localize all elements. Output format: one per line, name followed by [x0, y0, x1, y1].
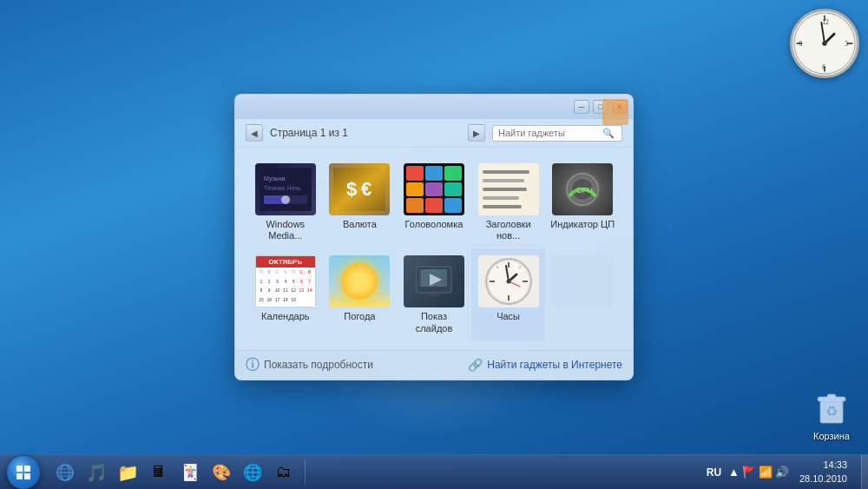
nav-bar: ◀ Страница 1 из 1 ▶ 🔍: [235, 119, 633, 148]
taskbar-folder-icon[interactable]: 📁: [113, 458, 142, 487]
taskbar-files2-icon[interactable]: 🗂: [269, 458, 299, 487]
clock-display[interactable]: 14:33 28.10.2010: [792, 459, 854, 486]
gadgets-grid: Музыка Тёмная Ночь Windows Media...: [235, 148, 633, 350]
svg-text:12: 12: [822, 18, 829, 26]
taskbar-network-icon[interactable]: 🌐: [238, 458, 267, 487]
gadget-thumb-weather: [329, 255, 390, 307]
start-orb: [7, 456, 40, 489]
svg-rect-46: [24, 466, 30, 472]
page-info: Страница 1 из 1: [270, 127, 461, 139]
svg-rect-48: [24, 473, 30, 479]
taskbar-paint-icon[interactable]: 🎨: [207, 458, 236, 487]
svg-point-21: [281, 195, 290, 204]
desktop-clock-widget: 12 3 6 9: [790, 9, 859, 78]
gadget-item-windows-media[interactable]: Музыка Тёмная Ночь Windows Media...: [248, 156, 323, 248]
gadget-item-puzzle[interactable]: Головоломка: [397, 156, 471, 248]
gadget-thumb-slideshow: [404, 255, 464, 307]
gadget-item-clock[interactable]: Часы: [471, 248, 546, 340]
gadget-thumb-puzzle: [404, 163, 464, 215]
minimize-button[interactable]: ─: [574, 100, 589, 114]
taskbar-calc-icon[interactable]: 🖩: [144, 458, 174, 487]
currency-thumb: $ €: [329, 163, 390, 215]
gadget-item-slideshow[interactable]: Показ слайдов: [397, 248, 471, 340]
search-input[interactable]: [498, 128, 602, 138]
gadget-item-currency[interactable]: $ € Валюта: [323, 156, 398, 248]
svg-rect-14: [827, 394, 836, 399]
media-thumb: Музыка Тёмная Ночь: [255, 163, 316, 215]
start-button[interactable]: [0, 455, 47, 490]
gadget-thumb-calendar: ОКТЯБРЬ П В С Ч П С В 1 2 3 4 5 6: [255, 255, 316, 307]
svg-rect-45: [16, 466, 23, 472]
systray-flag-icon[interactable]: 🚩: [742, 466, 756, 479]
gadget-item-weather[interactable]: Погода: [323, 248, 398, 340]
systray-arrow-icon[interactable]: ▲: [728, 466, 740, 479]
gadget-thumb-clock: [478, 255, 539, 307]
gadget-thumb-headlines: [478, 163, 539, 215]
gadget-thumb-media: Музыка Тёмная Ночь: [255, 163, 316, 215]
gadget-item-headlines[interactable]: Заголовки нов...: [471, 156, 546, 248]
find-online-button[interactable]: 🔗 Найти гаджеты в Интернете: [468, 358, 622, 372]
recycle-bin[interactable]: ♻ Корзина: [811, 387, 852, 441]
show-desktop-button[interactable]: [861, 455, 868, 490]
svg-rect-32: [428, 294, 440, 296]
recycle-bin-label: Корзина: [813, 431, 850, 441]
clock-face: 12 3 6 9: [790, 9, 859, 78]
gadget-label-puzzle: Головоломка: [405, 219, 464, 230]
quick-launch: 🎵 📁 🖩 🃏 🎨 🌐 🗂: [47, 458, 302, 487]
find-online-icon: 🔗: [468, 358, 483, 372]
gadgets-window: ─ □ ✕ ◀ Страница 1 из 1 ▶ 🔍 Музыка Тёмна…: [234, 94, 634, 380]
svg-text:€: €: [361, 178, 372, 200]
systray-icons: ▲ 🚩 📶 🔊: [728, 466, 789, 479]
search-icon[interactable]: 🔍: [602, 128, 615, 139]
gadget-label-headlines: Заголовки нов...: [476, 219, 541, 241]
svg-rect-47: [16, 473, 23, 479]
gadget-thumb-empty: [552, 255, 613, 307]
svg-text:$: $: [346, 178, 357, 200]
svg-text:9: 9: [799, 40, 802, 48]
gadget-label-slideshow: Показ слайдов: [401, 311, 466, 334]
clock-svg: 12 3 6 9: [792, 11, 857, 76]
clock-date: 28.10.2010: [799, 472, 847, 486]
gadget-label-calendar: Календарь: [261, 311, 310, 322]
taskbar-separator: [305, 460, 306, 485]
clock-time: 14:33: [799, 459, 847, 472]
gadget-item-empty: [545, 248, 620, 340]
window-titlebar: ─ □ ✕: [235, 95, 633, 119]
gadget-label-weather: Погода: [344, 311, 375, 322]
back-arrow[interactable]: ◀: [246, 124, 263, 142]
find-online-label: Найти гаджеты в Интернете: [487, 359, 622, 371]
show-details-button[interactable]: ⓘ Показать подробности: [246, 356, 373, 374]
show-details-label: Показать подробности: [264, 359, 373, 371]
gadget-thumb-currency: $ €: [329, 163, 390, 215]
systray: RU ▲ 🚩 📶 🔊 14:33 28.10.2010: [703, 459, 861, 486]
show-details-icon: ⓘ: [246, 356, 260, 374]
gadget-label-currency: Валюта: [343, 219, 377, 230]
language-indicator[interactable]: RU: [703, 465, 725, 480]
clock-thumb: [478, 255, 539, 307]
svg-text:♻: ♻: [825, 404, 838, 419]
gadget-label-clock: Часы: [496, 311, 520, 322]
taskbar-media-icon[interactable]: 🎵: [82, 458, 111, 487]
gadget-thumb-cpu: CPU: [552, 163, 613, 215]
systray-network2-icon[interactable]: 📶: [759, 466, 773, 479]
taskbar-cards-icon[interactable]: 🃏: [175, 458, 205, 487]
taskbar: 🎵 📁 🖩 🃏 🎨 🌐 🗂 RU ▲ 🚩 📶 🔊: [0, 454, 868, 489]
search-box: 🔍: [492, 125, 622, 142]
svg-text:3: 3: [845, 40, 848, 48]
forward-arrow[interactable]: ▶: [468, 124, 485, 142]
gadget-item-calendar[interactable]: ОКТЯБРЬ П В С Ч П С В 1 2 3 4 5 6: [248, 248, 323, 340]
svg-rect-22: [333, 168, 385, 211]
gadget-label-cpu: Индикатор ЦП: [550, 219, 615, 230]
svg-text:Музыка: Музыка: [264, 175, 286, 182]
recycle-bin-icon: ♻: [811, 387, 852, 428]
taskbar-ie-icon[interactable]: [50, 458, 80, 487]
svg-text:6: 6: [822, 63, 825, 71]
svg-point-11: [822, 41, 827, 46]
recycle-bin-svg: ♻: [813, 388, 850, 426]
svg-text:Тёмная Ночь: Тёмная Ночь: [264, 185, 301, 191]
window-footer: ⓘ Показать подробности 🔗 Найти гаджеты в…: [235, 350, 633, 380]
systray-volume-icon[interactable]: 🔊: [775, 466, 789, 479]
gadget-label-media: Windows Media...: [253, 219, 318, 241]
gadget-item-cpu[interactable]: CPU Индикатор ЦП: [545, 156, 620, 248]
svg-point-44: [506, 280, 510, 284]
